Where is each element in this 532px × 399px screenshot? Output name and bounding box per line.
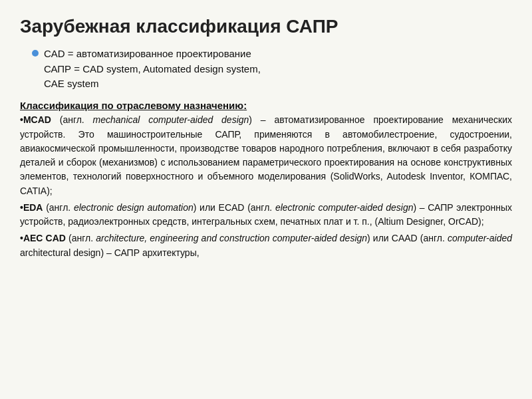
section-heading: Классификация по отраслевому назначению: [20,100,247,111]
bullet-mcad-prefix: •MCAD [20,114,51,125]
bullet-mcad-suffix: ) – автоматизированное проектирование ме… [20,114,512,196]
section-heading-line: Классификация по отраслевому назначению: [20,98,512,114]
bullet-eda-italic: electronic design automation [74,202,194,213]
content-area: Классификация по отраслевому назначению:… [20,98,512,260]
bullet-mcad: •MCAD (англ. mechanical computer-aided d… [20,113,512,198]
intro-block: CAD = автоматизированное проектирование … [20,47,512,92]
blue-dot-icon [32,50,39,57]
slide: Зарубежная классификация САПР CAD = авто… [0,0,532,399]
intro-line2: САПР = CAD system, Automated design syst… [44,63,261,74]
bullet-aec-suffix: ) или CAAD (англ. [367,233,448,243]
bullet-mcad-italic: mechanical computer-aided design [93,114,249,125]
bullet-mcad-middle: (англ. [51,114,93,125]
bullet-aec-italic: architecture, engineering and constructi… [96,233,367,243]
bullet-eda-prefix: •EDA [20,202,43,213]
bullet-aec-suffix2: architectural design) – САПР архитектуры… [20,247,200,258]
bullet-eda-italic2: electronic computer-aided design [275,202,414,213]
bullet-eda-middle: (англ. [43,202,73,213]
bullet-aec-italic2: computer-aided [448,233,512,243]
bullet-eda-suffix: ) или ECAD (англ. [194,202,275,213]
intro-text: CAD = автоматизированное проектирование … [44,47,512,92]
bullet-eda: •EDA (англ. electronic design automation… [20,201,512,229]
bullet-aec-middle: (англ. [66,233,96,243]
intro-line3: CAE system [44,78,99,89]
intro-line1: CAD = автоматизированное проектирование [44,48,251,59]
slide-title: Зарубежная классификация САПР [20,16,512,37]
bullet-aec: •AEC CAD (англ. architecture, engineerin… [20,231,512,260]
bullet-aec-prefix: •AEC CAD [20,233,66,243]
